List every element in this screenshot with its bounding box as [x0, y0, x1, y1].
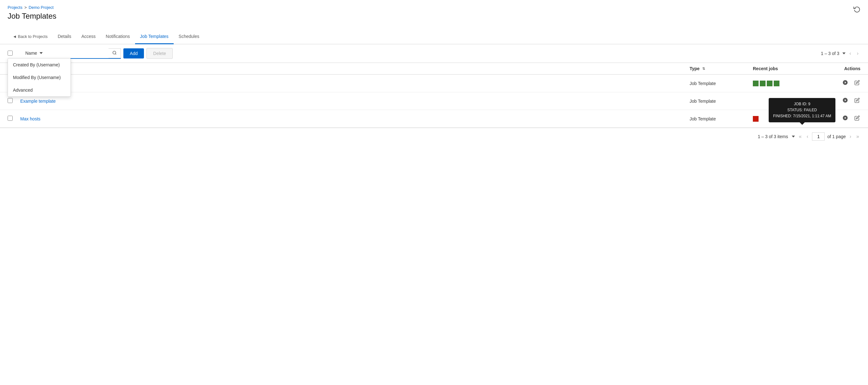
tab-access[interactable]: Access	[76, 29, 101, 44]
footer-items-range: 1 – 3 of 3 items	[757, 134, 788, 139]
prev-page-button[interactable]: ‹	[847, 50, 853, 57]
sort-type-icon[interactable]: ⇅	[702, 67, 705, 71]
prev-page-button-footer[interactable]: ‹	[805, 133, 809, 140]
header-recent-jobs: Recent jobs	[753, 66, 823, 71]
row1-actions	[823, 79, 860, 88]
row1-type: Job Template	[690, 81, 716, 86]
name-filter-dropdown-btn[interactable]: Name	[23, 49, 45, 58]
chevron-down-icon	[39, 52, 43, 54]
breadcrumb-separator: >	[24, 5, 27, 10]
breadcrumb-project-link[interactable]: Demo Project	[29, 5, 54, 10]
launch-button[interactable]	[842, 115, 849, 123]
job-status-square[interactable]	[753, 116, 758, 122]
edit-button[interactable]	[854, 79, 860, 88]
table-row: Example template Job Template JOB ID: 9 …	[0, 92, 868, 110]
row2-type: Job Template	[690, 99, 716, 104]
dropdown-item-modified-by[interactable]: Modified By (Username)	[8, 71, 70, 84]
row2-actions	[823, 97, 860, 105]
table-row: Max hosts Job Template	[0, 110, 868, 128]
pagination-chevron-icon	[842, 53, 845, 54]
filter-label: Name	[25, 51, 37, 56]
svg-line-1	[116, 54, 116, 54]
history-button[interactable]	[854, 6, 860, 14]
table-header: Name Type ⇅ Recent jobs Actions	[0, 63, 868, 74]
row2-checkbox[interactable]	[8, 98, 13, 103]
row3-name-link[interactable]: Max hosts	[20, 116, 40, 121]
row2-name-link[interactable]: Example template	[20, 99, 56, 104]
next-page-button-footer[interactable]: ›	[848, 133, 852, 140]
tab-back-to-projects[interactable]: ◄ Back to Projects	[8, 30, 53, 44]
table-row: Job Template	[0, 74, 868, 92]
page-title: Job Templates	[8, 12, 860, 21]
tab-details[interactable]: Details	[53, 29, 76, 44]
search-button[interactable]	[108, 49, 121, 58]
launch-button[interactable]	[842, 79, 849, 88]
row3-actions	[823, 115, 860, 123]
breadcrumb-projects-link[interactable]: Projects	[8, 5, 23, 10]
breadcrumb: Projects > Demo Project	[8, 5, 860, 10]
tab-notifications[interactable]: Notifications	[101, 29, 135, 44]
search-input[interactable]	[45, 49, 108, 58]
job-status-square[interactable]	[774, 81, 779, 86]
name-filter-wrapper: Name	[23, 49, 121, 59]
header-type: Type ⇅	[690, 66, 753, 71]
tab-job-templates[interactable]: Job Templates	[135, 29, 174, 44]
toolbar: Name Created By (Username) Modified By (…	[0, 44, 868, 63]
page-number-input[interactable]	[812, 132, 825, 141]
tab-schedules[interactable]: Schedules	[174, 29, 204, 44]
job-status-square[interactable]	[753, 81, 758, 86]
footer-bar: 1 – 3 of 3 items « ‹ of 1 page › »	[0, 128, 868, 145]
footer-chevron-icon	[792, 136, 795, 137]
last-page-button[interactable]: »	[855, 133, 860, 140]
edit-button[interactable]	[854, 97, 860, 105]
edit-button[interactable]	[854, 115, 860, 123]
dropdown-item-advanced[interactable]: Advanced	[8, 84, 70, 96]
select-all-checkbox[interactable]	[8, 51, 13, 56]
header-actions: Actions	[823, 66, 860, 71]
pagination-top: 1 – 3 of 3 ‹ ›	[821, 50, 860, 57]
pagination-range: 1 – 3 of 3	[821, 51, 839, 56]
job-status-square[interactable]	[760, 81, 766, 86]
dropdown-item-created-by[interactable]: Created By (Username)	[8, 59, 70, 71]
of-page-text: of 1 page	[827, 134, 845, 139]
row3-checkbox[interactable]	[8, 116, 13, 121]
header-name: Name	[20, 66, 690, 71]
job-status-square[interactable]	[767, 81, 772, 86]
row3-recent-jobs	[753, 116, 823, 122]
tab-bar: ◄ Back to Projects Details Access Notifi…	[0, 29, 868, 44]
launch-button[interactable]	[842, 97, 849, 105]
svg-point-0	[113, 51, 116, 54]
first-page-button[interactable]: «	[798, 133, 803, 140]
row3-type: Job Template	[690, 116, 716, 121]
row1-recent-jobs	[753, 81, 823, 86]
filter-dropdown-menu: Created By (Username) Modified By (Usern…	[8, 58, 71, 97]
next-page-button[interactable]: ›	[855, 50, 860, 57]
delete-button: Delete	[147, 48, 173, 59]
add-button[interactable]: Add	[123, 49, 144, 59]
